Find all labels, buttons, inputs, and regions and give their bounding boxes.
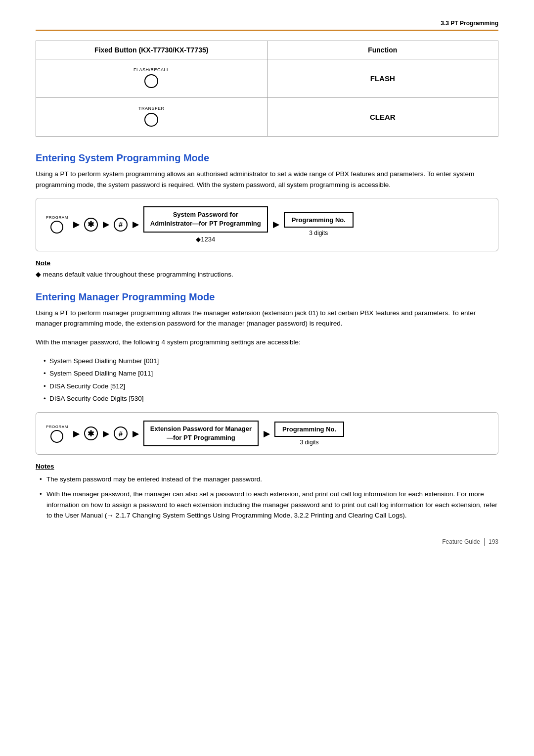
table-col1-header: Fixed Button (KX-T7730/KX-T7735)	[36, 41, 267, 59]
list-item: System Speed Dialling Number [001]	[44, 356, 498, 367]
password-line2: Administrator—for PT Programming	[150, 220, 261, 227]
notes-item: With the manager password, the manager c…	[40, 489, 498, 521]
digits-label: 3 digits	[309, 230, 328, 236]
password-box: System Password for Administrator—for PT…	[143, 206, 268, 232]
program-circle	[50, 221, 63, 234]
manager-password-line1: Extension Password for Manager	[150, 425, 252, 432]
notes-item: The system password may be entered inste…	[40, 474, 498, 485]
arrow4: ▶	[273, 220, 279, 229]
arrow7: ▶	[133, 429, 138, 438]
table-cell-function2: CLEAR	[267, 98, 498, 137]
list-item: DISA Security Code [512]	[44, 381, 498, 392]
default-value: ◆1234	[196, 236, 215, 243]
button-label-flash: FLASH/RECALL	[44, 67, 259, 72]
list-item: DISA Security Code Digits [530]	[44, 393, 498, 404]
section-title: 3.3 PT Programming	[441, 20, 498, 27]
manager-password-box: Extension Password for Manager —for PT P…	[143, 421, 259, 446]
table-cell-function1: FLASH	[267, 59, 498, 98]
page-number: 193	[489, 538, 498, 545]
manager-password-line2: —for PT Programming	[167, 434, 235, 441]
footer-divider	[484, 538, 485, 546]
program-circle2	[50, 430, 63, 443]
note-section: Note ◆ means default value throughout th…	[36, 259, 498, 280]
star-button: ✱	[84, 218, 98, 232]
flash-button-circle	[144, 74, 158, 88]
section2-body1: Using a PT to perform manager programmin…	[36, 308, 498, 329]
section1-body: Using a PT to perform system programming…	[36, 169, 498, 190]
program-button: PROGRAM	[46, 215, 68, 234]
password-box-container: System Password for Administrator—for PT…	[143, 206, 268, 242]
password-line1: System Password for	[173, 211, 238, 218]
prog-no-box: Programming No.	[284, 212, 354, 228]
digits-label2: 3 digits	[300, 439, 319, 446]
note-text: ◆ means default value throughout these p…	[36, 270, 498, 280]
section2-body2: With the manager password, the following…	[36, 337, 498, 348]
section1-heading: Entering System Programming Mode	[36, 152, 498, 164]
program-label: PROGRAM	[46, 215, 68, 220]
table-row: FLASH/RECALL FLASH	[36, 59, 498, 98]
button-label-transfer: TRANSFER	[44, 106, 259, 111]
program-label2: PROGRAM	[46, 425, 68, 429]
function-clear: CLEAR	[370, 113, 396, 121]
hash-button: #	[114, 218, 128, 232]
note-heading: Note	[36, 259, 498, 267]
section2-heading: Entering Manager Programming Mode	[36, 291, 498, 303]
arrow8: ▶	[264, 429, 269, 438]
manager-programming-diagram: PROGRAM ▶ ✱ ▶ # ▶ Extension Password for…	[36, 412, 498, 455]
manager-bullet-list: System Speed Dialling Number [001] Syste…	[44, 356, 498, 404]
page-footer: Feature Guide 193	[442, 538, 498, 546]
prog-no-group: Programming No. 3 digits	[284, 212, 354, 236]
prog-no-box2: Programming No.	[274, 422, 344, 437]
arrow1: ▶	[73, 220, 79, 229]
footer-label: Feature Guide	[442, 538, 480, 545]
system-programming-diagram: PROGRAM ▶ ✱ ▶ # ▶ System Password for Ad…	[36, 198, 498, 251]
function-flash: FLASH	[370, 74, 395, 83]
table-col2-header: Function	[267, 41, 498, 59]
table-cell-button1: FLASH/RECALL	[36, 59, 267, 98]
star-button2: ✱	[84, 426, 98, 440]
arrow6: ▶	[103, 429, 109, 438]
fixed-button-table: Fixed Button (KX-T7730/KX-T7735) Functio…	[36, 41, 498, 137]
notes-section: Notes The system password may be entered…	[36, 463, 498, 520]
hash-button2: #	[114, 426, 128, 440]
prog-no-group2: Programming No. 3 digits	[274, 422, 344, 446]
table-row: TRANSFER CLEAR	[36, 98, 498, 137]
notes-heading: Notes	[36, 463, 498, 470]
list-item: System Speed Dialling Name [011]	[44, 368, 498, 379]
program-button2: PROGRAM	[46, 425, 68, 443]
transfer-button-circle	[144, 113, 158, 127]
arrow3: ▶	[133, 220, 138, 229]
arrow5: ▶	[73, 429, 79, 438]
table-cell-button2: TRANSFER	[36, 98, 267, 137]
page-header: 3.3 PT Programming	[36, 20, 498, 31]
notes-list: The system password may be entered inste…	[40, 474, 498, 520]
arrow2: ▶	[103, 220, 109, 229]
